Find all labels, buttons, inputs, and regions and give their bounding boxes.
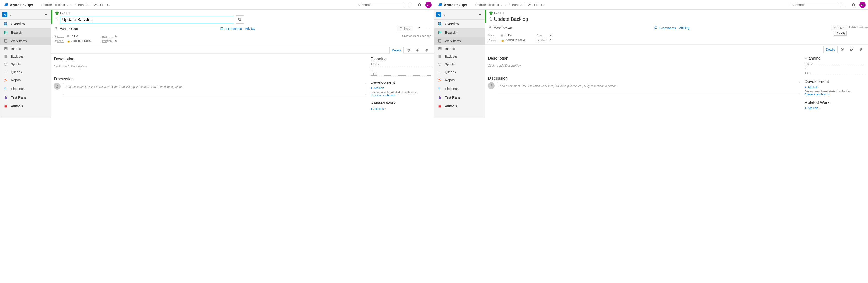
more-actions-icon[interactable] (425, 26, 431, 31)
logo[interactable]: Azure DevOps (3, 2, 34, 7)
tab-history-icon[interactable] (404, 47, 413, 53)
assigned-to[interactable]: Mark Pleskac (488, 26, 513, 30)
nav-repos[interactable]: Repos (0, 76, 51, 84)
user-avatar[interactable]: MH (425, 2, 432, 8)
project-selector[interactable]: A a + (0, 10, 51, 20)
nav-queries[interactable]: Queries (434, 68, 485, 76)
breadcrumbs: DefaultCollection/ a/ Boards/ Work Items (475, 3, 544, 6)
bc-collection[interactable]: DefaultCollection (41, 3, 65, 6)
nav-sub-boards[interactable]: Boards (0, 45, 51, 53)
work-item-type-row: ISSUE 1 (55, 11, 431, 15)
nav-backlogs[interactable]: Backlogs (434, 53, 485, 60)
tab-attachments-icon[interactable] (423, 47, 431, 53)
nav-backlogs[interactable]: Backlogs (0, 53, 51, 60)
nav-testplans[interactable]: Test Plans (0, 93, 51, 102)
tab-links-icon[interactable] (413, 47, 422, 53)
nav-sub-boards-label: Boards (11, 47, 21, 51)
bc-section[interactable]: Boards (78, 3, 88, 6)
priority-value[interactable]: 2 (805, 66, 865, 72)
nav-sprints[interactable]: Sprints (434, 60, 485, 68)
nav-overview[interactable]: Overview (434, 20, 485, 28)
nav-sub-boards[interactable]: Boards (434, 45, 485, 53)
related-add-link[interactable]: +Add link ▾ (805, 107, 865, 110)
nav-repos[interactable]: Repos (434, 76, 485, 84)
bc-page[interactable]: Work Items (94, 3, 110, 6)
backlog-levels-icon[interactable] (406, 1, 414, 9)
search-input[interactable] (795, 3, 836, 6)
assigned-to[interactable]: Mark Pleskac (54, 26, 79, 31)
search-input[interactable] (361, 3, 402, 6)
nav-testplans[interactable]: Test Plans (434, 93, 485, 102)
header: Azure DevOps DefaultCollection/ a/ Board… (0, 0, 434, 10)
description-placeholder[interactable]: Click to add Description (488, 62, 800, 72)
discussion-input[interactable]: Add a comment. Use # to link a work item… (63, 83, 366, 95)
work-items-icon (3, 38, 8, 44)
nav-pipelines[interactable]: Pipelines (434, 84, 485, 93)
backlog-levels-icon[interactable] (840, 1, 848, 9)
title-input[interactable] (60, 16, 234, 24)
nav-boards[interactable]: Boards (434, 28, 485, 37)
bc-project[interactable]: a (71, 3, 72, 6)
market-bag-icon[interactable] (850, 1, 857, 9)
svg-line-40 (793, 5, 794, 5)
nav-boards[interactable]: Boards (0, 28, 51, 37)
tab-history-icon[interactable] (838, 46, 847, 53)
dev-add-link[interactable]: +Add link (371, 86, 431, 90)
logo[interactable]: Azure DevOps (437, 2, 468, 7)
tab-details[interactable]: Details (823, 46, 838, 53)
related-add-link[interactable]: +Add link ▾ (371, 107, 431, 111)
title-text[interactable]: Update Backlog (494, 16, 865, 23)
add-tag-button[interactable]: Add tag (245, 27, 255, 30)
tab-details[interactable]: Details (389, 47, 404, 54)
iteration-value[interactable]: a (115, 39, 117, 43)
create-branch-link[interactable]: Create a new branch (805, 93, 865, 96)
logo-text: Azure DevOps (444, 3, 467, 7)
nav-pipelines[interactable]: Pipelines (0, 84, 51, 93)
updated-time: Updated 10 minutes ago (402, 34, 431, 37)
state-value[interactable]: To Do (67, 34, 78, 38)
reason-value[interactable]: 🔒Added to back... (67, 39, 93, 43)
svg-point-38 (57, 85, 58, 86)
area-value[interactable]: a (115, 34, 117, 38)
bc-section[interactable]: Boards (512, 3, 522, 6)
discussion-input[interactable]: Add a comment. Use # to link a work item… (497, 82, 800, 94)
market-bag-icon[interactable] (416, 1, 423, 9)
comments-link[interactable]: 0 comments (654, 26, 676, 30)
nav-pipelines-label: Pipelines (445, 87, 459, 91)
refresh-icon[interactable] (416, 26, 422, 31)
nav-work-items[interactable]: Work Items (0, 37, 51, 45)
open-full-icon[interactable] (236, 16, 244, 24)
add-project-button[interactable]: + (477, 11, 483, 18)
nav-queries[interactable]: Queries (0, 68, 51, 76)
project-selector[interactable]: A a + (434, 10, 485, 20)
reason-value[interactable]: 🔒Added to backl... (501, 38, 527, 42)
add-tag-button[interactable]: Add tag (679, 26, 689, 29)
nav-work-items[interactable]: Work Items (434, 37, 485, 45)
create-branch-link[interactable]: Create a new branch (371, 94, 431, 96)
user-avatar[interactable]: MH (859, 2, 866, 8)
search-box[interactable] (790, 2, 838, 7)
svg-rect-10 (4, 24, 5, 25)
svg-line-1 (359, 5, 360, 5)
bc-page[interactable]: Work Items (528, 3, 544, 6)
search-box[interactable] (356, 2, 404, 7)
description-placeholder[interactable]: Click to add Description (54, 63, 366, 72)
nav-artifacts[interactable]: Artifacts (434, 102, 485, 111)
state-value[interactable]: To Do (501, 34, 512, 37)
dev-add-link[interactable]: +Add link (805, 86, 865, 89)
iteration-value[interactable]: a (550, 38, 551, 42)
nav-overview[interactable]: Overview (0, 20, 51, 28)
save-button[interactable]: Save (Ctrl+S) Updated just now (831, 25, 847, 30)
priority-value[interactable]: 2 (371, 66, 431, 73)
reason-label: Reason (488, 39, 498, 42)
nav-sprints[interactable]: Sprints (0, 60, 51, 68)
bc-project[interactable]: a (505, 3, 506, 6)
comments-link[interactable]: 0 comments (220, 27, 242, 30)
bc-collection[interactable]: DefaultCollection (475, 3, 499, 6)
tab-attachments-icon[interactable] (857, 46, 865, 53)
add-project-button[interactable]: + (43, 11, 49, 18)
nav-artifacts[interactable]: Artifacts (0, 102, 51, 111)
save-button[interactable]: Save (397, 26, 413, 31)
area-value[interactable]: a (550, 34, 551, 37)
tab-links-icon[interactable] (847, 46, 856, 53)
